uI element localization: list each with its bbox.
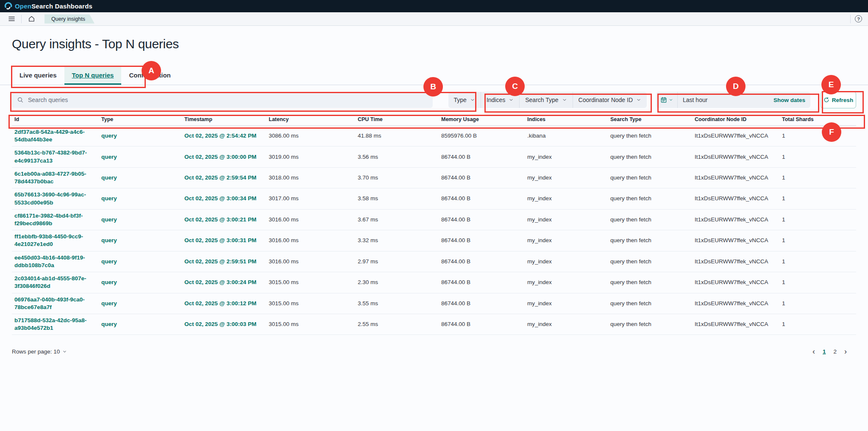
- indices-cell: my_index: [525, 213, 608, 226]
- latency-cell: 3015.00 ms: [266, 318, 355, 331]
- column-header-coordinator-node-id[interactable]: Coordinator Node ID: [692, 113, 779, 125]
- query-timestamp-link[interactable]: Oct 02, 2025 @ 2:59:51 PM: [182, 255, 266, 268]
- memory-usage-cell: 86744.00 B: [439, 318, 525, 331]
- column-header-latency[interactable]: Latency: [266, 113, 355, 125]
- query-timestamp-link[interactable]: Oct 02, 2025 @ 3:00:24 PM: [182, 276, 266, 289]
- table-row: ff1ebbfb-93b8-4450-9cc9-4e21027e1ed0 que…: [12, 230, 856, 251]
- query-type-link[interactable]: query: [99, 192, 182, 205]
- search-type-cell: query then fetch: [608, 297, 692, 310]
- previous-page-icon[interactable]: ‹: [812, 348, 815, 355]
- pagination: ‹ 1 2 ›: [812, 348, 856, 355]
- chevron-down-icon: [509, 97, 514, 102]
- column-header-type[interactable]: Type: [99, 113, 182, 125]
- query-id-link[interactable]: cf86171e-3982-4bd4-bf3f-f29becd9869b: [12, 210, 95, 230]
- query-timestamp-link[interactable]: Oct 02, 2025 @ 3:00:03 PM: [182, 318, 266, 331]
- filter-search-type-dropdown[interactable]: Search Type: [520, 92, 573, 108]
- query-type-link[interactable]: query: [99, 130, 182, 142]
- query-id-link[interactable]: b717588d-532a-42dc-95a8-a93b04e572b1: [12, 314, 95, 334]
- cpu-time-cell: 3.58 ms: [355, 192, 439, 205]
- search-type-cell: query then fetch: [608, 318, 692, 331]
- query-id-link[interactable]: ff1ebbfb-93b8-4450-9cc9-4e21027e1ed0: [12, 230, 95, 251]
- filter-coordinator-node-id-dropdown[interactable]: Coordinator Node ID: [573, 92, 647, 108]
- query-timestamp-link[interactable]: Oct 02, 2025 @ 3:00:21 PM: [182, 213, 266, 226]
- query-timestamp-link[interactable]: Oct 02, 2025 @ 2:54:42 PM: [182, 130, 266, 142]
- tab-configuration[interactable]: Configuration: [121, 66, 178, 85]
- search-type-cell: query then fetch: [608, 234, 692, 247]
- column-header-id[interactable]: Id: [12, 113, 99, 125]
- total-shards-cell: 1: [779, 171, 856, 184]
- memory-usage-cell: 8595976.00 B: [439, 130, 525, 142]
- home-icon[interactable]: [26, 14, 37, 25]
- total-shards-cell: 1: [779, 130, 856, 142]
- search-queries-box[interactable]: [12, 92, 433, 108]
- column-header-total-shards[interactable]: Total Shards: [779, 113, 856, 125]
- query-timestamp-link[interactable]: Oct 02, 2025 @ 3:00:00 PM: [182, 151, 266, 163]
- cpu-time-cell: 3.32 ms: [355, 234, 439, 247]
- total-shards-cell: 1: [779, 192, 856, 205]
- show-dates-link[interactable]: Show dates: [773, 97, 810, 103]
- column-header-indices[interactable]: Indices: [525, 113, 608, 125]
- total-shards-cell: 1: [779, 318, 856, 331]
- tab-top-n-queries[interactable]: Top N queries: [64, 66, 122, 85]
- calendar-icon[interactable]: [656, 92, 678, 108]
- help-icon[interactable]: ?: [855, 15, 862, 22]
- page-title: Query insights - Top N queries: [12, 37, 856, 51]
- query-id-link[interactable]: 2df37ac8-542a-4429-a4c6-54dbaf44b3ee: [12, 126, 95, 146]
- total-shards-cell: 1: [779, 276, 856, 289]
- query-id-link[interactable]: 6c1eb00a-a083-4727-9b05-78d4437b0bac: [12, 168, 95, 188]
- tab-live-queries[interactable]: Live queries: [12, 66, 64, 85]
- query-timestamp-link[interactable]: Oct 02, 2025 @ 3:00:12 PM: [182, 297, 266, 310]
- query-type-link[interactable]: query: [99, 171, 182, 184]
- query-timestamp-link[interactable]: Oct 02, 2025 @ 2:59:54 PM: [182, 171, 266, 184]
- menu-hamburger-icon[interactable]: [6, 14, 17, 25]
- query-id-link[interactable]: 06976aa7-040b-493f-9ca0-78bce67e8a7f: [12, 293, 95, 314]
- query-type-link[interactable]: query: [99, 318, 182, 331]
- next-page-icon[interactable]: ›: [844, 348, 847, 355]
- chevron-down-icon: [62, 349, 67, 354]
- query-type-link[interactable]: query: [99, 151, 182, 163]
- top-n-queries-table: Id Type Timestamp Latency CPU Time Memor…: [12, 113, 856, 335]
- search-input[interactable]: [28, 97, 428, 103]
- page-number-1[interactable]: 1: [823, 348, 826, 355]
- chevron-down-icon: [562, 97, 567, 102]
- query-id-link[interactable]: 5364b13c-b767-4382-9bd7-e4c99137ca13: [12, 146, 95, 167]
- indices-cell: my_index: [525, 255, 608, 268]
- chevron-down-icon: [470, 97, 475, 102]
- filter-indices-dropdown[interactable]: Indices: [481, 92, 520, 108]
- column-header-cpu-time[interactable]: CPU Time: [355, 113, 439, 125]
- breadcrumb-bar: Query insights ?: [0, 12, 868, 26]
- search-icon: [17, 97, 24, 103]
- divider: [850, 15, 851, 23]
- table-row: 2df37ac8-542a-4429-a4c6-54dbaf44b3ee que…: [12, 126, 856, 146]
- query-id-link[interactable]: 65b76613-3690-4c96-99ac-5533cd00e95b: [12, 188, 95, 209]
- query-type-link[interactable]: query: [99, 255, 182, 268]
- query-timestamp-link[interactable]: Oct 02, 2025 @ 3:00:31 PM: [182, 234, 266, 247]
- column-header-timestamp[interactable]: Timestamp: [182, 113, 266, 125]
- date-range-value[interactable]: Last hour: [683, 97, 773, 103]
- latency-cell: 3016.00 ms: [266, 255, 355, 268]
- latency-cell: 3017.00 ms: [266, 192, 355, 205]
- filter-dropdown-group: Type Indices Search Type Coordinator Nod…: [448, 92, 647, 108]
- query-type-link[interactable]: query: [99, 234, 182, 247]
- coordinator-node-id-cell: It1xDsEURWW7ffek_vNCCA: [692, 276, 779, 289]
- query-id-link[interactable]: ee450d03-4b16-4408-9f19-ddbb108b7c0a: [12, 251, 95, 272]
- page-number-2[interactable]: 2: [833, 348, 837, 355]
- query-type-link[interactable]: query: [99, 213, 182, 226]
- breadcrumb[interactable]: Query insights: [45, 14, 95, 24]
- query-type-link[interactable]: query: [99, 276, 182, 289]
- filter-type-dropdown[interactable]: Type: [448, 92, 481, 108]
- chevron-down-icon: [636, 97, 641, 102]
- refresh-button[interactable]: Refresh: [821, 91, 856, 108]
- query-type-link[interactable]: query: [99, 297, 182, 310]
- query-timestamp-link[interactable]: Oct 02, 2025 @ 3:00:34 PM: [182, 192, 266, 205]
- memory-usage-cell: 86744.00 B: [439, 171, 525, 184]
- rows-per-page-selector[interactable]: Rows per page: 10: [12, 348, 67, 355]
- cpu-time-cell: 2.55 ms: [355, 318, 439, 331]
- memory-usage-cell: 86744.00 B: [439, 151, 525, 163]
- search-type-cell: query then fetch: [608, 151, 692, 163]
- column-header-search-type[interactable]: Search Type: [608, 113, 692, 125]
- query-id-link[interactable]: 2c034014-ab1d-4555-807e-3f30846f026d: [12, 272, 95, 293]
- coordinator-node-id-cell: It1xDsEURWW7ffek_vNCCA: [692, 171, 779, 184]
- column-header-memory-usage[interactable]: Memory Usage: [439, 113, 525, 125]
- coordinator-node-id-cell: It1xDsEURWW7ffek_vNCCA: [692, 255, 779, 268]
